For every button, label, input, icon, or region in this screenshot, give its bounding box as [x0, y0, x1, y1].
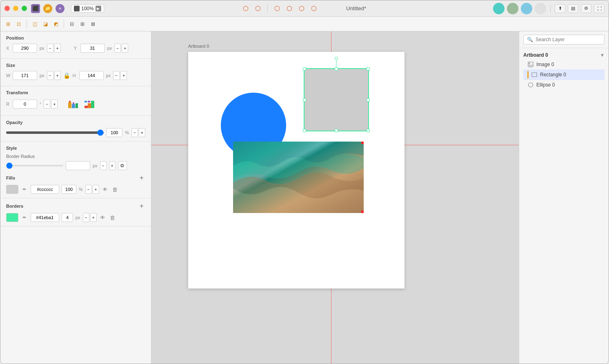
minimize-button[interactable]	[13, 6, 18, 11]
r-minus[interactable]: −	[44, 100, 50, 109]
fill-color-swatch[interactable]	[6, 185, 18, 194]
handle-mr[interactable]	[367, 98, 370, 102]
y-plus[interactable]: +	[122, 44, 128, 53]
border-picker-icon[interactable]: ✒	[21, 214, 28, 221]
tb-icon-6[interactable]: ⊟	[67, 20, 76, 29]
folder-icon[interactable]: 📁	[43, 4, 52, 13]
opacity-value[interactable]	[106, 128, 122, 137]
w-plus[interactable]: +	[54, 71, 61, 80]
toolbar-circle-1[interactable]	[493, 3, 505, 14]
handle-bl[interactable]	[303, 129, 306, 132]
fill-opacity-minus[interactable]: −	[85, 185, 92, 194]
x-minus[interactable]: −	[47, 44, 53, 53]
tb-icon-2[interactable]: ⊡	[14, 20, 23, 29]
border-hex-input[interactable]	[31, 213, 59, 222]
handle-bm[interactable]	[335, 129, 338, 132]
add-icon[interactable]: +	[56, 4, 64, 13]
border-radius-input[interactable]	[66, 161, 90, 170]
y-input[interactable]	[80, 44, 105, 53]
tb-icon-7[interactable]: ⊞	[78, 20, 87, 29]
handle-tr[interactable]	[367, 67, 370, 71]
fullscreen-icon[interactable]: ⛶	[594, 4, 605, 13]
opacity-plus[interactable]: +	[139, 128, 145, 137]
r-plus[interactable]: +	[51, 100, 58, 109]
align-tool-6[interactable]: ⬡	[311, 4, 317, 12]
tb-icon-3[interactable]: ◫	[30, 20, 39, 29]
w-input[interactable]	[13, 71, 37, 80]
align-tool-1[interactable]: ⬡	[243, 4, 249, 12]
search-input[interactable]	[536, 37, 601, 42]
layer-rectangle-0[interactable]: Rectangle 0	[523, 69, 605, 80]
toolbar-circle-4[interactable]	[535, 3, 546, 14]
panels-icon[interactable]: ▤	[568, 4, 578, 13]
w-minus[interactable]: −	[47, 71, 53, 80]
border-plus[interactable]: +	[90, 213, 97, 222]
tb-icon-4[interactable]: ◪	[41, 20, 50, 29]
opacity-slider[interactable]	[6, 131, 104, 134]
canvas-area[interactable]: Artboard 0	[151, 31, 519, 364]
fill-visibility-icon[interactable]: 👁	[102, 186, 109, 193]
toolbar-circle-3[interactable]	[521, 3, 532, 14]
border-delete-icon[interactable]: 🗑	[109, 214, 116, 221]
zoom-arrow[interactable]: ▶	[96, 6, 101, 11]
handle-ml[interactable]	[303, 98, 306, 102]
search-box[interactable]: 🔍	[523, 35, 605, 44]
layer-ellipse-0[interactable]: Ellipse 0	[523, 80, 605, 90]
fill-opacity-plus[interactable]: +	[93, 185, 99, 194]
align-tool-3[interactable]: ⬡	[274, 4, 280, 12]
opacity-minus[interactable]: −	[131, 128, 138, 137]
beach-image[interactable]	[233, 142, 364, 213]
transform-icon-1[interactable]	[67, 98, 80, 110]
handle-br[interactable]	[367, 129, 370, 132]
fill-picker-icon[interactable]: ✒	[21, 186, 28, 193]
x-plus[interactable]: +	[54, 44, 61, 53]
export-icon[interactable]: ⬆	[555, 4, 565, 13]
h-minus[interactable]: −	[113, 71, 120, 80]
border-visibility-icon[interactable]: 👁	[99, 214, 107, 221]
align-tool-4[interactable]: ⬡	[287, 4, 292, 12]
border-color-swatch[interactable]	[6, 213, 18, 222]
r-input[interactable]	[13, 100, 37, 109]
w-stepper[interactable]: − +	[47, 71, 61, 80]
fill-hex-input[interactable]	[31, 185, 59, 194]
fill-opacity-input[interactable]	[62, 185, 76, 194]
tb-icon-5[interactable]: ◩	[51, 20, 60, 29]
fill-opacity-stepper[interactable]: − +	[85, 185, 99, 194]
rectangle-shape[interactable]	[304, 68, 369, 131]
x-input[interactable]	[13, 44, 37, 53]
align-tool-2[interactable]: ⬡	[255, 4, 261, 12]
artboard-header[interactable]: Artboard 0 ▼	[523, 51, 605, 60]
transform-icon-2[interactable]	[83, 98, 96, 110]
border-radius-slider[interactable]	[6, 165, 63, 166]
layer-image-0[interactable]: Image 0	[523, 60, 605, 69]
align-tool-5[interactable]: ⬡	[299, 4, 304, 12]
border-minus[interactable]: −	[83, 213, 89, 222]
tb-icon-8[interactable]: ⊠	[89, 20, 98, 29]
br-minus[interactable]: −	[100, 161, 107, 170]
br-settings[interactable]: ⚙	[118, 161, 127, 170]
h-plus[interactable]: +	[120, 71, 127, 80]
borders-add-button[interactable]: +	[138, 202, 145, 210]
close-button[interactable]	[4, 6, 10, 11]
handle-tm[interactable]	[335, 67, 338, 71]
zoom-control[interactable]: 100% ▶	[71, 4, 104, 13]
toolbar-circle-2[interactable]	[507, 3, 518, 14]
settings-icon[interactable]: ⚙	[581, 4, 591, 13]
y-stepper[interactable]: − +	[114, 44, 128, 53]
y-minus[interactable]: −	[114, 44, 121, 53]
rotation-handle[interactable]	[335, 57, 338, 60]
h-input[interactable]	[79, 71, 104, 80]
handle-tl[interactable]	[303, 67, 306, 71]
fills-add-button[interactable]: +	[138, 174, 145, 182]
x-stepper[interactable]: − +	[47, 44, 61, 53]
r-stepper[interactable]: − +	[44, 100, 58, 109]
opacity-stepper[interactable]: − +	[131, 128, 145, 137]
border-stepper[interactable]: − +	[83, 213, 97, 222]
lock-icon[interactable]: 🔒	[63, 72, 70, 79]
fill-delete-icon[interactable]: 🗑	[111, 186, 119, 193]
h-stepper[interactable]: − +	[113, 71, 127, 80]
border-width-input[interactable]	[62, 213, 73, 222]
maximize-button[interactable]	[22, 6, 27, 11]
artboard[interactable]: Artboard 0	[188, 52, 405, 289]
br-plus[interactable]: +	[109, 161, 116, 170]
